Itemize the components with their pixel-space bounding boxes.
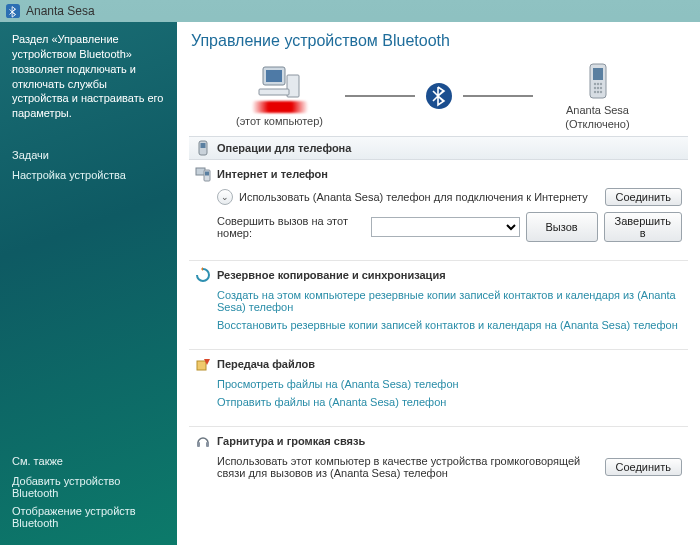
link-create-backup[interactable]: Создать на этом компьютере резервные коп…	[217, 289, 682, 313]
operations-header: Операции для телефона	[189, 136, 688, 160]
svg-rect-7	[593, 68, 603, 80]
device-status: (Отключено)	[565, 118, 629, 130]
sidebar-spacer	[12, 187, 165, 455]
connector-line	[463, 95, 533, 97]
link-show-bluetooth-devices[interactable]: Отображение устройств Bluetooth	[12, 505, 165, 529]
svg-point-15	[596, 91, 598, 93]
computer-label: (этот компьютер)	[236, 115, 323, 127]
tasks-header: Задачи	[12, 149, 165, 161]
group-backup: Резервное копирование и синхронизация Со…	[189, 261, 688, 350]
group-backup-title: Резервное копирование и синхронизация	[217, 269, 446, 281]
group-headset: Гарнитура и громкая связь Использовать э…	[189, 427, 688, 497]
use-phone-label: Использовать (Ananta Sesa) телефон для п…	[239, 191, 599, 203]
svg-point-16	[599, 91, 601, 93]
svg-point-12	[596, 87, 598, 89]
file-transfer-icon	[195, 356, 211, 372]
page-title: Управление устройством Bluetooth	[191, 32, 688, 50]
window-frame: Ananta Sesa Раздел «Управление устройств…	[0, 0, 700, 545]
call-number-label: Совершить вызов на этот номер:	[217, 215, 365, 239]
svg-point-10	[599, 83, 601, 85]
link-restore-backup[interactable]: Восстановить резервные копии записей кон…	[217, 319, 682, 331]
body: Раздел «Управление устройством Bluetooth…	[0, 22, 700, 545]
connect-internet-button[interactable]: Соединить	[605, 188, 683, 206]
connector-line	[345, 95, 415, 97]
svg-rect-2	[266, 70, 282, 82]
redacted-name	[240, 101, 320, 113]
chevron-down-icon[interactable]: ⌄	[217, 189, 233, 205]
phone-number-select[interactable]	[371, 217, 520, 237]
group-files: Передача файлов Просмотреть файлы на (An…	[189, 350, 688, 427]
svg-point-9	[596, 83, 598, 85]
phone-node: Ananta Sesa (Отключено)	[543, 62, 653, 130]
end-call-button[interactable]: Завершить в	[604, 212, 682, 242]
svg-rect-24	[206, 442, 209, 447]
bluetooth-icon	[425, 82, 453, 110]
call-button[interactable]: Вызов	[526, 212, 598, 242]
svg-rect-23	[197, 442, 200, 447]
content-pane: Управление устройством Bluetooth (этот к…	[177, 22, 700, 545]
phone-small-icon	[195, 140, 211, 156]
task-configure-device[interactable]: Настройка устройства	[12, 169, 165, 181]
svg-point-13	[599, 87, 601, 89]
svg-rect-4	[259, 89, 289, 95]
sidebar-intro: Раздел «Управление устройством Bluetooth…	[12, 32, 165, 121]
svg-point-8	[593, 83, 595, 85]
computer-icon	[257, 65, 303, 105]
group-internet: Интернет и телефон ⌄ Использовать (Anant…	[189, 160, 688, 261]
group-headset-title: Гарнитура и громкая связь	[217, 435, 365, 447]
headset-use-label: Использовать этот компьютер в качестве у…	[217, 455, 599, 479]
titlebar: Ananta Sesa	[0, 0, 700, 22]
operations-header-text: Операции для телефона	[217, 142, 351, 154]
group-files-title: Передача файлов	[217, 358, 315, 370]
headset-icon	[195, 433, 211, 449]
sync-icon	[195, 267, 211, 283]
svg-point-14	[593, 91, 595, 93]
svg-rect-21	[205, 172, 209, 176]
internet-phone-icon	[195, 166, 211, 182]
group-internet-title: Интернет и телефон	[217, 168, 328, 180]
connection-diagram: (этот компьютер)	[189, 62, 688, 130]
link-send-files[interactable]: Отправить файлы на (Ananta Sesa) телефон	[217, 396, 682, 408]
computer-node: (этот компьютер)	[225, 65, 335, 127]
svg-point-11	[593, 87, 595, 89]
link-add-bluetooth-device[interactable]: Добавить устройство Bluetooth	[12, 475, 165, 499]
see-also-header: См. также	[12, 455, 165, 467]
device-name: Ananta Sesa	[566, 104, 629, 116]
svg-rect-22	[197, 361, 206, 370]
svg-rect-18	[201, 143, 206, 148]
window-title: Ananta Sesa	[26, 4, 95, 18]
sidebar: Раздел «Управление устройством Bluetooth…	[0, 22, 177, 545]
connect-headset-button[interactable]: Соединить	[605, 458, 683, 476]
bluetooth-icon	[6, 4, 20, 18]
phone-icon	[587, 62, 609, 102]
link-browse-files[interactable]: Просмотреть файлы на (Ananta Sesa) телеф…	[217, 378, 682, 390]
